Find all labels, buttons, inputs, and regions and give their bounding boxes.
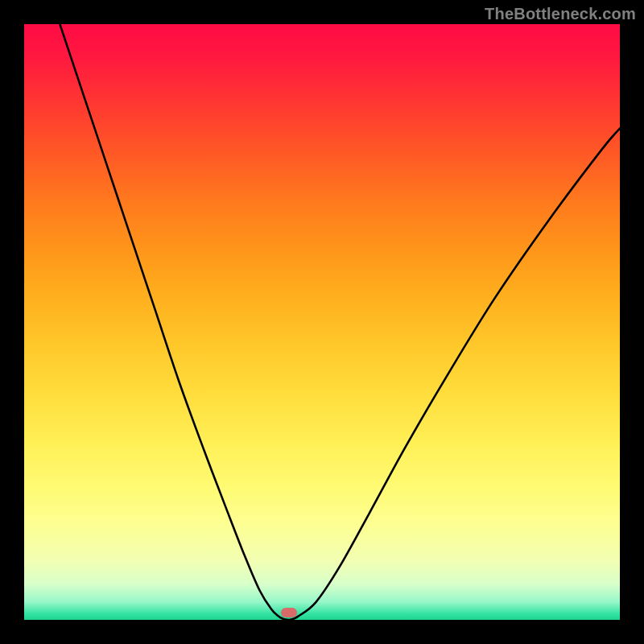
chart-frame: TheBottleneck.com — [0, 0, 644, 644]
minimum-marker — [281, 608, 297, 617]
watermark-text: TheBottleneck.com — [485, 5, 636, 23]
bottleneck-curve — [24, 24, 620, 620]
plot-area — [24, 24, 620, 620]
